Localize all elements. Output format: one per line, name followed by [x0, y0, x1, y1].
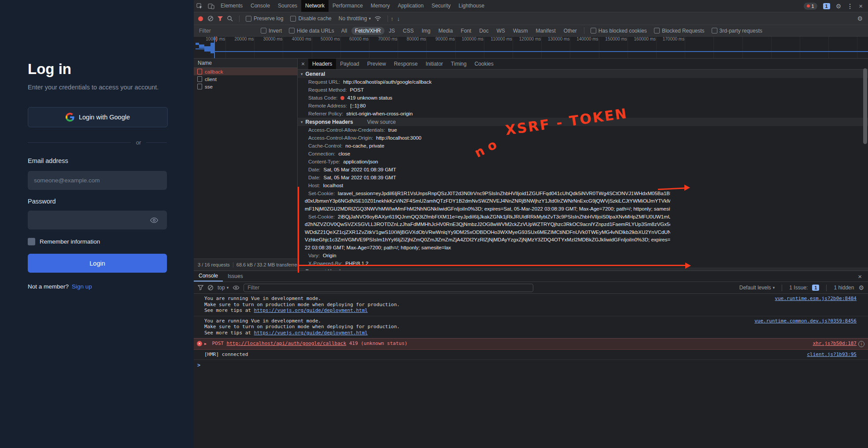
network-settings-gear-icon[interactable]: ⚙ [857, 15, 868, 22]
request-row-client[interactable]: client [194, 75, 297, 83]
request-row-callback[interactable]: callback [194, 68, 297, 75]
context-selector-dropdown[interactable]: top▾ [218, 285, 229, 291]
general-section-header[interactable]: ▾ General [298, 70, 868, 78]
related-issue-icon[interactable]: i [858, 341, 864, 347]
filter-type-css[interactable]: CSS [399, 27, 417, 35]
detail-tab-cookies[interactable]: Cookies [470, 59, 497, 69]
console-toolbar-right: Default levels▾ 1 Issue: 1 1 hidden ⚙ [739, 285, 864, 291]
password-field[interactable] [28, 211, 167, 230]
hidden-messages-count[interactable]: 1 hidden [834, 285, 854, 291]
signup-link[interactable]: Sign up [72, 283, 92, 290]
log-levels-dropdown[interactable]: Default levels▾ [739, 285, 775, 291]
blocked-requests-checkbox[interactable]: Blocked Requests [654, 28, 705, 34]
tab-application[interactable]: Application [394, 0, 428, 12]
detail-tab-headers[interactable]: Headers [308, 59, 336, 69]
detail-tab-timing[interactable]: Timing [447, 59, 471, 69]
detail-scrollbar[interactable] [863, 68, 867, 144]
filter-type-fetch-xhr[interactable]: Fetch/XHR [351, 27, 384, 35]
search-icon[interactable] [227, 15, 233, 22]
request-row-sse[interactable]: sse [194, 83, 297, 90]
error-count-badge[interactable]: 1 [804, 3, 817, 10]
detail-tab-payload[interactable]: Payload [336, 59, 363, 69]
filter-type-media[interactable]: Media [435, 27, 456, 35]
has-blocked-cookies-checkbox[interactable]: Has blocked cookies [591, 28, 647, 34]
devtools-window: Elements Console Sources Network Perform… [194, 0, 868, 448]
filter-type-manifest[interactable]: Manifest [532, 27, 559, 35]
clear-console-icon[interactable] [207, 285, 214, 291]
filter-type-font[interactable]: Font [457, 27, 475, 35]
error-request-url-link[interactable]: http://localhost/api/auth/google/callbac… [227, 341, 347, 346]
console-message-hmr[interactable]: [HMR] connected client.js?1b93:95 [194, 350, 868, 360]
hide-data-urls-checkbox[interactable]: Hide data URLs [289, 28, 334, 34]
tab-lighthouse[interactable]: Lighthouse [454, 0, 488, 12]
tab-sources[interactable]: Sources [274, 0, 301, 12]
inspect-element-icon[interactable] [194, 0, 205, 12]
network-timeline-overview[interactable]: 10000 ms 20000 ms 30000 ms 40000 ms 5000… [194, 37, 868, 59]
clear-icon[interactable] [207, 15, 214, 22]
email-field[interactable] [28, 171, 167, 190]
close-drawer-icon[interactable]: × [858, 273, 868, 280]
throttling-dropdown[interactable]: No throttling▾ [339, 15, 371, 22]
live-expression-eye-icon[interactable] [233, 285, 240, 290]
tab-security[interactable]: Security [428, 0, 454, 12]
headers-scroll-area[interactable]: ▾ General Request URL:http://localhost/a… [298, 70, 868, 270]
source-location-link[interactable]: vue.runtime.esm.js?2b0e:8484 [775, 296, 857, 302]
tab-memory[interactable]: Memory [367, 0, 394, 12]
view-source-link[interactable]: View source [367, 119, 396, 125]
expand-triangle-icon[interactable]: ▶ [204, 342, 207, 346]
source-location-link[interactable]: client.js?1b93:95 [807, 352, 857, 358]
tab-elements[interactable]: Elements [217, 0, 247, 12]
close-detail-icon[interactable]: × [298, 60, 308, 67]
issues-link-label[interactable]: 1 Issue: [789, 285, 808, 291]
device-toolbar-icon[interactable] [205, 0, 217, 12]
invert-checkbox[interactable]: Invert [261, 28, 282, 34]
filter-type-img[interactable]: Img [418, 27, 434, 35]
filter-type-wasm[interactable]: Wasm [510, 27, 532, 35]
login-button[interactable]: Login [28, 254, 167, 273]
record-icon[interactable] [198, 16, 203, 21]
network-conditions-icon[interactable] [374, 16, 381, 21]
filter-type-js[interactable]: JS [385, 27, 399, 35]
settings-gear-icon[interactable]: ⚙ [836, 3, 842, 9]
filter-type-all[interactable]: All [338, 27, 351, 35]
third-party-requests-checkbox[interactable]: 3rd-party requests [712, 28, 762, 34]
issues-count-badge[interactable]: 1 [823, 3, 830, 9]
filter-type-other[interactable]: Other [560, 27, 580, 35]
network-filter-input[interactable] [198, 26, 257, 35]
console-message-vue-warning[interactable]: You are running Vue in development mode.… [194, 294, 868, 316]
console-filter-input[interactable] [244, 284, 533, 292]
tab-performance[interactable]: Performance [329, 0, 367, 12]
console-sidebar-funnel-icon[interactable] [198, 285, 203, 290]
detail-tab-response[interactable]: Response [390, 59, 421, 69]
deployment-guide-link[interactable]: https://vuejs.org/guide/deployment.html [254, 307, 368, 313]
drawer-tab-console[interactable]: Console [194, 271, 223, 281]
filter-type-ws[interactable]: WS [493, 27, 509, 35]
disable-cache-checkbox[interactable]: Disable cache [290, 15, 331, 22]
deployment-guide-link[interactable]: https://vuejs.org/guide/deployment.html [254, 330, 368, 336]
console-message-post-error[interactable]: × ▶ POST http://localhost/api/auth/googl… [194, 338, 868, 350]
request-column-header[interactable]: Name [194, 59, 297, 68]
import-har-icon[interactable]: ↑ [391, 15, 394, 22]
close-devtools-icon[interactable]: × [859, 2, 863, 10]
remember-checkbox[interactable] [28, 238, 35, 245]
console-prompt[interactable]: > [194, 360, 868, 368]
filter-type-doc[interactable]: Doc [476, 27, 492, 35]
console-settings-gear-icon[interactable]: ⚙ [858, 285, 864, 291]
filter-funnel-icon[interactable] [217, 16, 223, 22]
detail-tab-preview[interactable]: Preview [363, 59, 390, 69]
google-login-button[interactable]: Login with Google [28, 107, 168, 127]
tab-network[interactable]: Network [301, 0, 329, 12]
show-password-icon[interactable] [150, 216, 159, 225]
export-har-icon[interactable]: ↓ [397, 15, 400, 22]
request-headers-section-header[interactable]: ▾ Request Headers [298, 267, 868, 270]
console-issues-badge[interactable]: 1 [812, 285, 819, 291]
tab-console[interactable]: Console [247, 0, 274, 12]
more-menu-icon[interactable]: ⋮ [847, 3, 853, 10]
drawer-tab-issues[interactable]: Issues [223, 271, 248, 281]
source-location-link[interactable]: vue.runtime.common.dev.js?0359:8456 [754, 318, 857, 324]
console-message-vue-warning[interactable]: You are running Vue in development mode.… [194, 316, 868, 339]
response-headers-section-header[interactable]: ▾ Response Headers View source [298, 118, 868, 126]
detail-tab-initiator[interactable]: Initiator [421, 59, 447, 69]
source-location-link[interactable]: xhr.js?b50d:187 [813, 341, 857, 347]
preserve-log-checkbox[interactable]: Preserve log [246, 15, 283, 22]
